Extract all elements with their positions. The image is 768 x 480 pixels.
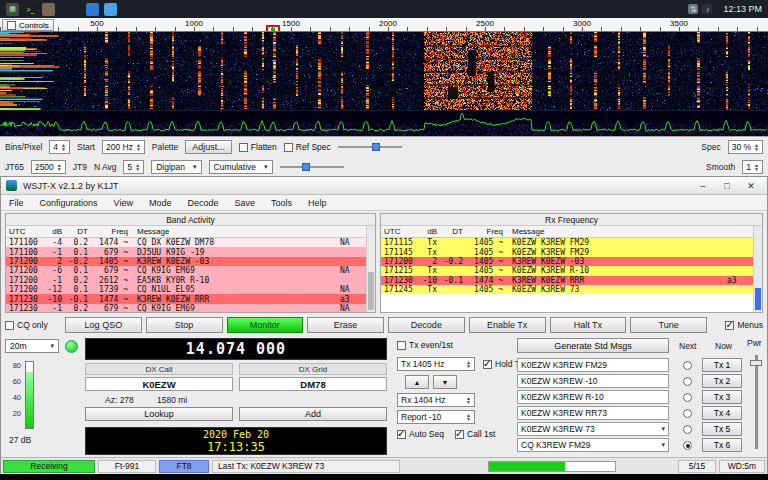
decode-row[interactable]: 171200-10.22612 ~EA5KB KY0R R-10 xyxy=(6,276,366,285)
lookup-button[interactable]: Lookup xyxy=(85,407,233,421)
tx4-next-radio[interactable] xyxy=(683,409,692,418)
terminal-icon[interactable]: >_ xyxy=(24,3,37,16)
tx5-now-button[interactable]: Tx 5 xyxy=(702,422,742,436)
start-spinner[interactable]: 200 Hz▲▼ xyxy=(102,140,145,154)
tx-freq-up-button[interactable]: ▲ xyxy=(405,375,429,389)
band-activity-scrollbar[interactable] xyxy=(366,226,375,312)
spinner-arrows-icon[interactable]: ▲▼ xyxy=(136,143,141,151)
bins-pixel-spinner[interactable]: 4▲▼ xyxy=(49,140,70,154)
stop-button[interactable]: Stop xyxy=(146,317,223,333)
rx-frequency-scrollbar[interactable] xyxy=(753,226,762,312)
wsjtx-app-icon[interactable] xyxy=(86,3,99,16)
band-select-combo[interactable]: 20m▾ xyxy=(5,339,59,353)
frequency-scale[interactable]: Controls 500100015002000250030003500 xyxy=(0,18,768,32)
tx6-next-radio[interactable] xyxy=(683,441,692,450)
menu-file[interactable]: File xyxy=(1,198,32,208)
tx1-next-radio[interactable] xyxy=(683,361,692,370)
menu-decode[interactable]: Decode xyxy=(179,198,226,208)
decode-row[interactable]: 171100-10.1679 ~DJ5UU K9IG -19 xyxy=(6,247,366,256)
monitor-app-icon[interactable] xyxy=(104,3,117,16)
report-spinner[interactable]: Report -10▲▼ xyxy=(397,410,475,424)
tune-button[interactable]: Tune xyxy=(630,317,707,333)
title-bar[interactable]: WSJT-X v2.1.2 by K1JT – □ ✕ xyxy=(1,177,767,195)
spec-spinner[interactable]: 30 %▲▼ xyxy=(728,140,763,154)
tx2-message-field[interactable]: K0EZW K3REW -10 xyxy=(517,374,669,388)
spinner-arrows-icon[interactable]: ▲▼ xyxy=(466,413,471,421)
split-spinner[interactable]: 2500▲▼ xyxy=(31,160,66,174)
tx-freq-spinner[interactable]: Tx 1405 Hz▲▼ xyxy=(397,357,475,371)
tx-even-checkbox[interactable]: Tx even/1st xyxy=(397,340,453,350)
monitor-button[interactable]: Monitor xyxy=(227,317,304,333)
decode-row[interactable]: 171200-120.11739 ~CQ N1UL EL95NA xyxy=(6,285,366,294)
decode-button[interactable]: Decode xyxy=(388,317,465,333)
tx4-now-button[interactable]: Tx 4 xyxy=(702,406,742,420)
slider-knob[interactable] xyxy=(372,143,380,151)
zero-slider[interactable] xyxy=(280,162,344,172)
decode-row[interactable]: 171245Tx1405 ~K0EZW K3REW 73 xyxy=(381,285,753,294)
palette-combo[interactable]: Digipan▾ xyxy=(151,160,201,174)
dx-grid-field[interactable]: DM78 xyxy=(239,377,387,391)
call-1st-checkbox[interactable]: Call 1st xyxy=(455,429,495,439)
gain-slider[interactable] xyxy=(338,142,402,152)
decode-row[interactable]: 1712002-0.21405 ~K3REW K0EZW -03 xyxy=(381,257,753,266)
tx2-now-button[interactable]: Tx 2 xyxy=(702,374,742,388)
tx4-message-field[interactable]: K0EZW K3REW RR73 xyxy=(517,406,669,420)
menu-view[interactable]: View xyxy=(106,198,141,208)
menu-help[interactable]: Help xyxy=(300,198,335,208)
rx-freq-spinner[interactable]: Rx 1404 Hz▲▼ xyxy=(397,393,475,407)
decode-row[interactable]: 171145Tx1405 ~K0EZW K3REW FM29 xyxy=(381,247,753,256)
maximize-button[interactable]: □ xyxy=(716,179,738,193)
spinner-arrows-icon[interactable]: ▲▼ xyxy=(57,163,62,171)
pwr-slider-knob[interactable] xyxy=(750,360,762,366)
tx5-message-field[interactable]: K0EZW K3REW 73▾ xyxy=(517,422,669,436)
tx1-message-field[interactable]: K0EZW K3REW FM29 xyxy=(517,358,669,372)
tx6-now-button[interactable]: Tx 6 xyxy=(702,438,742,452)
menu-save[interactable]: Save xyxy=(226,198,263,208)
add-button[interactable]: Add xyxy=(239,407,387,421)
smooth-spinner[interactable]: 1▲▼ xyxy=(742,160,763,174)
decode-row[interactable]: 171115Tx1405 ~K0EZW K3REW FM29 xyxy=(381,238,753,247)
volume-icon[interactable]: ♪ xyxy=(702,4,712,14)
slider-knob[interactable] xyxy=(302,163,310,171)
enable-tx-button[interactable]: Enable Tx xyxy=(469,317,546,333)
spinner-arrows-icon[interactable]: ▲▼ xyxy=(466,360,471,368)
erase-button[interactable]: Erase xyxy=(307,317,384,333)
flatten-checkbox[interactable]: Flatten xyxy=(239,142,277,152)
decode-row[interactable]: 1712002-0.21405 ~K3REW K0EZW -03 xyxy=(6,257,366,266)
dx-call-field[interactable]: K0EZW xyxy=(85,377,233,391)
menu-mode[interactable]: Mode xyxy=(141,198,180,208)
network-icon[interactable]: ⇅ xyxy=(688,4,698,14)
halt-tx-button[interactable]: Halt Tx xyxy=(550,317,627,333)
log-qso-button[interactable]: Log QSO xyxy=(65,317,142,333)
spinner-arrows-icon[interactable]: ▲▼ xyxy=(61,143,66,151)
display-mode-combo[interactable]: Cumulative▾ xyxy=(209,160,273,174)
spinner-arrows-icon[interactable]: ▲▼ xyxy=(466,396,471,404)
decode-row[interactable]: 171230-10.2679 ~CQ K9IG EM69NA xyxy=(6,304,366,312)
tx3-next-radio[interactable] xyxy=(683,393,692,402)
spectrum-canvas[interactable] xyxy=(0,110,768,137)
menu-configurations[interactable]: Configurations xyxy=(32,198,106,208)
scrollbar-thumb[interactable] xyxy=(368,272,374,310)
tx5-next-radio[interactable] xyxy=(683,425,692,434)
decode-row[interactable]: 171100-40.21474 ~CQ DX K0EZW DM78NA xyxy=(6,238,366,247)
decode-row[interactable]: 171230-10-0.11474 ~K3REW K0EZW RRRa3 xyxy=(6,294,366,303)
scrollbar-thumb[interactable] xyxy=(755,288,761,310)
menu-tools[interactable]: Tools xyxy=(263,198,300,208)
spinner-arrows-icon[interactable]: ▲▼ xyxy=(754,163,759,171)
close-button[interactable]: ✕ xyxy=(740,179,762,193)
decode-row[interactable]: 171230-10-0.11474 ~K3REW K0EZW RRRa3 xyxy=(381,276,753,285)
ref-spec-checkbox[interactable]: Ref Spec xyxy=(284,142,331,152)
tx1-now-button[interactable]: Tx 1 xyxy=(702,358,742,372)
pwr-slider[interactable] xyxy=(755,355,758,449)
files-icon[interactable] xyxy=(42,3,55,16)
menu-icon[interactable]: ▦ xyxy=(6,3,19,16)
menus-checkbox[interactable]: Menus xyxy=(711,320,763,330)
cq-only-checkbox[interactable]: CQ only xyxy=(5,320,61,330)
tx3-message-field[interactable]: K0EZW K3REW R-10 xyxy=(517,390,669,404)
controls-toggle-button[interactable]: Controls xyxy=(2,19,54,31)
minimize-button[interactable]: – xyxy=(692,179,714,193)
spinner-arrows-icon[interactable]: ▲▼ xyxy=(135,163,140,171)
decode-row[interactable]: 171200-60.1679 ~CQ K9IG EM69NA xyxy=(6,266,366,275)
tx3-now-button[interactable]: Tx 3 xyxy=(702,390,742,404)
decode-row[interactable]: 171215Tx1405 ~K0EZW K3REW R-10 xyxy=(381,266,753,275)
